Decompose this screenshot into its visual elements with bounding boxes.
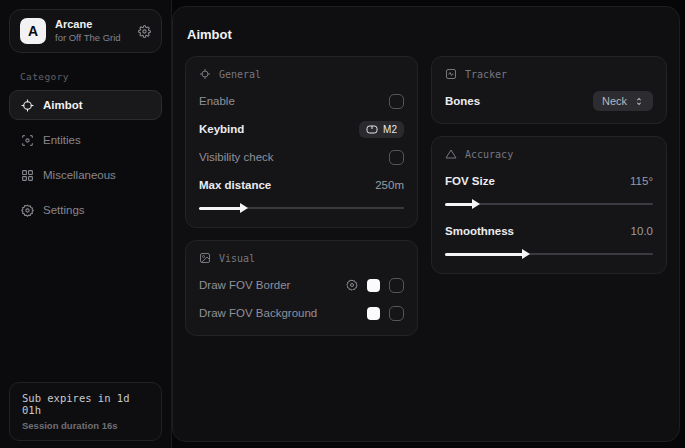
max-distance-value: 250m [375, 179, 404, 191]
sub-expires-text: Sub expires in 1d 01h [22, 392, 149, 416]
keybind-value: M2 [383, 124, 397, 135]
keybind-button[interactable]: M2 [359, 121, 404, 138]
app-subtitle: for Off The Grid [55, 32, 129, 44]
smoothness-slider[interactable] [445, 248, 653, 260]
sidebar-item-entities[interactable]: Entities [9, 125, 162, 155]
keybind-label: Keybind [199, 123, 244, 135]
sidebar-item-miscellaneous[interactable]: Miscellaneous [9, 160, 162, 190]
triangle-icon [445, 148, 457, 160]
enable-checkbox[interactable] [389, 94, 404, 109]
app-logo: A [20, 18, 46, 44]
card-title: Accuracy [465, 149, 513, 160]
entities-icon [20, 133, 34, 147]
main-panel: Aimbot General [172, 6, 680, 442]
tracker-card: Tracker Bones Neck [431, 56, 667, 124]
visibility-check-label: Visibility check [199, 151, 274, 163]
bones-select[interactable]: Neck [593, 91, 653, 111]
slider-thumb[interactable] [522, 249, 530, 259]
sidebar-item-aimbot[interactable]: Aimbot [9, 90, 162, 120]
fov-border-label: Draw FOV Border [199, 279, 290, 291]
enable-row: Enable [199, 90, 404, 112]
fov-background-label: Draw FOV Background [199, 307, 317, 319]
sidebar-item-label: Entities [43, 134, 81, 146]
fov-size-row: FOV Size 115° [445, 170, 653, 192]
grid-icon [20, 168, 34, 182]
smoothness-label: Smoothness [445, 225, 514, 237]
fov-border-row: Draw FOV Border [199, 274, 404, 296]
fov-size-slider[interactable] [445, 198, 653, 210]
session-duration-text: Session duration 16s [22, 420, 149, 431]
image-icon [199, 252, 211, 264]
fov-size-label: FOV Size [445, 175, 495, 187]
sidebar-item-label: Settings [43, 204, 85, 216]
max-distance-label: Max distance [199, 179, 271, 191]
crosshair-icon [20, 98, 34, 112]
visibility-checkbox[interactable] [389, 150, 404, 165]
slider-thumb[interactable] [240, 203, 248, 213]
card-title: Tracker [465, 69, 507, 80]
slider-thumb[interactable] [472, 199, 480, 209]
accuracy-card: Accuracy FOV Size 115° Smoo [431, 136, 667, 274]
card-title: Visual [219, 253, 255, 264]
fov-background-checkbox[interactable] [389, 306, 404, 321]
keybind-row: Keybind M2 [199, 118, 404, 140]
visual-card: Visual Draw FOV Border [185, 240, 418, 336]
activity-icon [445, 68, 457, 80]
mouse-icon [366, 125, 378, 134]
subscription-card: Sub expires in 1d 01h Session duration 1… [9, 382, 162, 441]
bones-label: Bones [445, 95, 480, 107]
app-header-card: A Arcane for Off The Grid [9, 9, 162, 53]
page-title: Aimbot [187, 27, 667, 42]
fov-size-value: 115° [630, 175, 653, 187]
sidebar-nav: Aimbot Entities Miscellaneous [0, 90, 171, 225]
fov-border-color-swatch[interactable] [367, 279, 380, 292]
fov-background-color-swatch[interactable] [367, 307, 380, 320]
card-title: General [219, 69, 261, 80]
max-distance-row: Max distance 250m [199, 174, 404, 196]
bones-row: Bones Neck [445, 90, 653, 112]
chevron-up-down-icon [634, 96, 644, 107]
fov-border-checkbox[interactable] [389, 278, 404, 293]
general-card: General Enable Keybind [185, 56, 418, 228]
gear-icon [20, 203, 34, 217]
gear-icon[interactable] [138, 25, 151, 38]
sidebar-item-label: Aimbot [43, 99, 83, 111]
category-label: Category [20, 71, 171, 82]
fov-background-row: Draw FOV Background [199, 302, 404, 324]
crosshair-icon [199, 68, 211, 80]
gear-icon[interactable] [346, 279, 358, 291]
app-name: Arcane [55, 18, 129, 32]
smoothness-value: 10.0 [631, 225, 653, 237]
max-distance-slider[interactable] [199, 202, 404, 214]
bones-value: Neck [602, 95, 627, 107]
sidebar-item-settings[interactable]: Settings [9, 195, 162, 225]
main-area: Aimbot General [172, 0, 685, 448]
enable-label: Enable [199, 95, 235, 107]
sidebar-item-label: Miscellaneous [43, 169, 116, 181]
sidebar: A Arcane for Off The Grid Category Aimbo… [0, 0, 172, 448]
visibility-check-row: Visibility check [199, 146, 404, 168]
smoothness-row: Smoothness 10.0 [445, 220, 653, 242]
